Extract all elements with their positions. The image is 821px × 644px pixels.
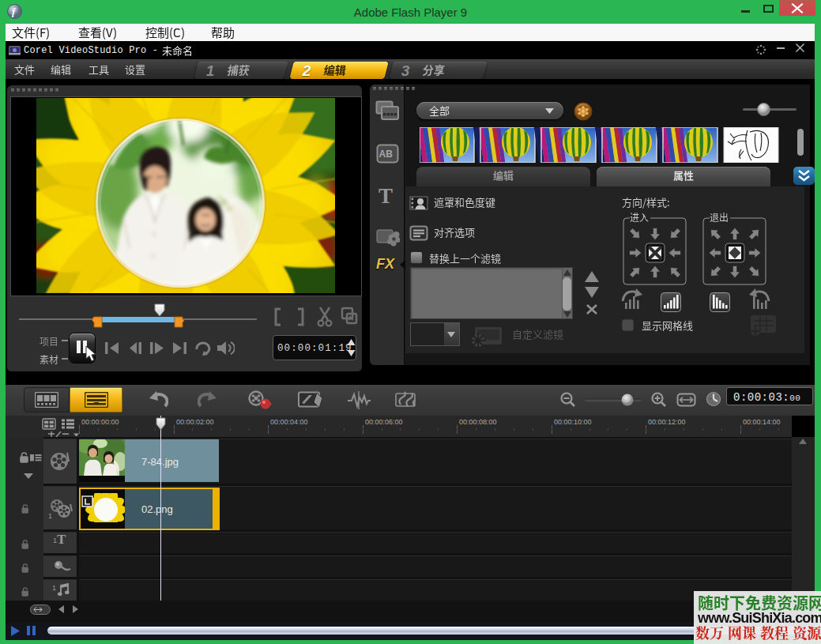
svg-text:1: 1 — [48, 512, 52, 520]
svg-text:AB: AB — [379, 149, 394, 160]
